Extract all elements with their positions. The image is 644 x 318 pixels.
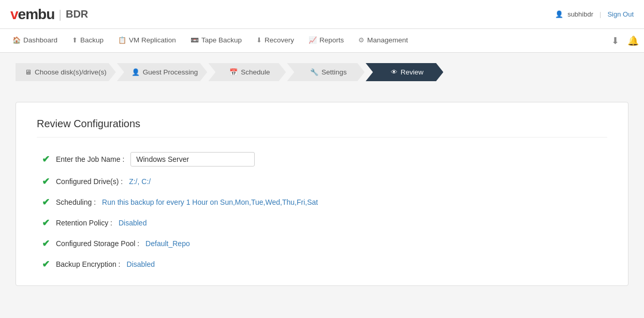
- tape-backup-icon: 📼: [191, 36, 199, 44]
- config-list: ✔ Enter the Job Name : ✔ Configured Driv…: [37, 152, 607, 270]
- user-area: 👤 subhibdr | Sign Out: [555, 10, 634, 18]
- config-item-job-name: ✔ Enter the Job Name :: [42, 152, 607, 166]
- step-guest-processing-label: Guest Processing: [143, 68, 198, 76]
- guest-processing-icon: 👤: [131, 68, 140, 76]
- config-label-retention: Retention Policy :: [56, 219, 112, 227]
- review-icon: 👁: [391, 68, 398, 76]
- step-review-label: Review: [401, 68, 423, 76]
- config-item-retention: ✔ Retention Policy : Disabled: [42, 217, 607, 229]
- schedule-icon: 📅: [229, 68, 238, 76]
- check-icon-scheduling: ✔: [42, 196, 50, 208]
- config-label-scheduling: Scheduling :: [56, 198, 96, 206]
- nav-item-backup[interactable]: ⬆ Backup: [65, 30, 111, 52]
- nav-label-tape-backup: Tape Backup: [201, 36, 242, 44]
- main-nav: 🏠 Dashboard ⬆ Backup 📋 VM Replication 📼 …: [0, 29, 644, 53]
- config-value-drives: Z:/, C:/: [129, 177, 151, 186]
- nav-label-backup: Backup: [80, 36, 104, 44]
- nav-item-recovery[interactable]: ⬇ Recovery: [249, 30, 301, 52]
- config-item-drives: ✔ Configured Drive(s) : Z:/, C:/: [42, 176, 607, 187]
- step-schedule-label: Schedule: [241, 68, 270, 76]
- check-icon-retention: ✔: [42, 217, 50, 229]
- choose-disk-icon: 🖥: [25, 68, 32, 76]
- config-label-job-name: Enter the Job Name :: [56, 155, 124, 163]
- username: subhibdr: [567, 10, 593, 18]
- download-icon[interactable]: ⬇: [611, 35, 619, 47]
- config-label-encryption: Backup Encryption :: [56, 260, 121, 268]
- step-choose-disk-label: Choose disk(s)/drive(s): [35, 68, 107, 76]
- nav-actions: ⬇ 🔔: [611, 35, 639, 47]
- nav-label-reports: Reports: [319, 36, 344, 44]
- config-label-drives: Configured Drive(s) :: [56, 177, 123, 186]
- nav-label-management: Management: [367, 36, 408, 44]
- step-choose-disk[interactable]: 🖥 Choose disk(s)/drive(s): [16, 63, 116, 81]
- nav-item-vm-replication[interactable]: 📋 VM Replication: [111, 30, 183, 52]
- nav-label-dashboard: Dashboard: [23, 36, 57, 44]
- nav-items: 🏠 Dashboard ⬆ Backup 📋 VM Replication 📼 …: [5, 30, 611, 52]
- config-value-encryption: Disabled: [127, 260, 155, 268]
- config-item-encryption: ✔ Backup Encryption : Disabled: [42, 259, 607, 270]
- step-review[interactable]: 👁 Review: [365, 63, 443, 81]
- check-icon-storage-pool: ✔: [42, 238, 50, 249]
- dashboard-icon: 🏠: [12, 36, 21, 44]
- check-icon-encryption: ✔: [42, 259, 50, 270]
- main-content: Review Configurations ✔ Enter the Job Na…: [16, 102, 628, 286]
- config-item-scheduling: ✔ Scheduling : Run this backup for every…: [42, 196, 607, 208]
- config-item-storage-pool: ✔ Configured Storage Pool : Default_Repo: [42, 238, 607, 249]
- step-settings-label: Settings: [321, 68, 347, 76]
- content-title: Review Configurations: [37, 118, 607, 138]
- nav-item-management[interactable]: ⚙ Management: [351, 30, 415, 52]
- vm-replication-icon: 📋: [118, 36, 126, 44]
- logo-vembu: vembu: [10, 6, 54, 23]
- reports-icon: 📈: [309, 36, 317, 44]
- check-icon-drives: ✔: [42, 176, 50, 187]
- settings-icon: 🔧: [310, 68, 318, 76]
- config-label-storage-pool: Configured Storage Pool :: [56, 239, 139, 248]
- user-separator: |: [599, 10, 601, 18]
- management-icon: ⚙: [358, 36, 364, 44]
- backup-icon: ⬆: [72, 36, 78, 44]
- bell-icon[interactable]: 🔔: [627, 35, 639, 47]
- nav-item-reports[interactable]: 📈 Reports: [301, 30, 351, 52]
- logo-divider: |: [58, 8, 62, 21]
- user-icon: 👤: [555, 10, 563, 18]
- recovery-icon: ⬇: [256, 36, 262, 44]
- signout-link[interactable]: Sign Out: [607, 10, 634, 18]
- logo: vembu | BDR: [10, 6, 88, 23]
- steps-bar: 🖥 Choose disk(s)/drive(s) 👤 Guest Proces…: [0, 53, 644, 92]
- step-settings[interactable]: 🔧 Settings: [287, 63, 364, 81]
- nav-item-dashboard[interactable]: 🏠 Dashboard: [5, 30, 65, 52]
- check-icon-job-name: ✔: [42, 154, 50, 165]
- top-header: vembu | BDR 👤 subhibdr | Sign Out: [0, 0, 644, 29]
- nav-item-tape-backup[interactable]: 📼 Tape Backup: [183, 30, 249, 52]
- nav-label-vm-replication: VM Replication: [129, 36, 176, 44]
- config-value-scheduling: Run this backup for every 1 Hour on Sun,…: [102, 198, 318, 206]
- logo-bdr: BDR: [66, 8, 88, 20]
- config-value-retention: Disabled: [119, 219, 147, 227]
- step-schedule[interactable]: 📅 Schedule: [208, 63, 286, 81]
- job-name-input[interactable]: [130, 152, 255, 166]
- step-guest-processing[interactable]: 👤 Guest Processing: [117, 63, 208, 81]
- nav-label-recovery: Recovery: [265, 36, 294, 44]
- config-value-storage-pool: Default_Repo: [145, 239, 190, 248]
